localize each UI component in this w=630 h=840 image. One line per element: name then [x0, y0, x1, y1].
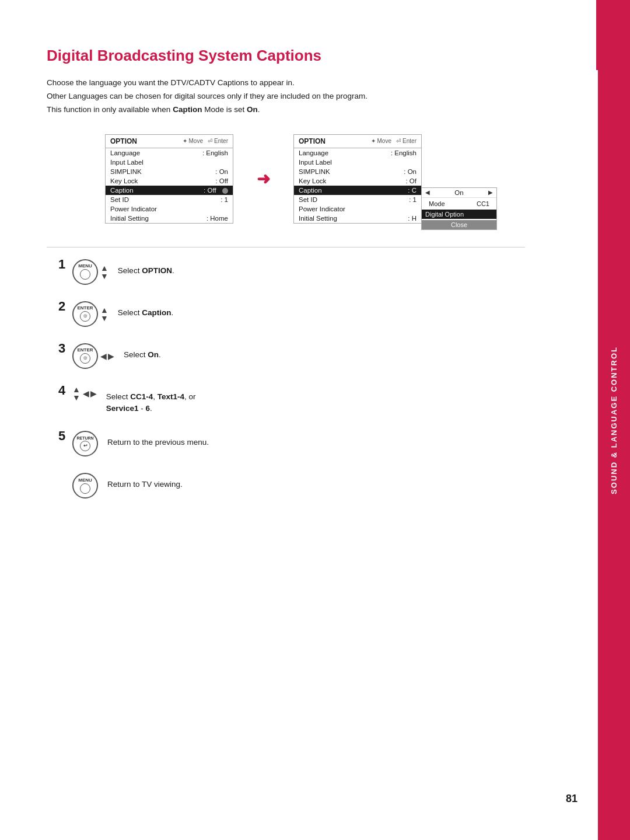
arrow-up-2: ▲: [100, 306, 108, 314]
menu-right-row-keylock: Key Lock: Of: [294, 176, 421, 186]
step-1-number: 1: [58, 258, 70, 271]
desc-line-3: This function in only available when Cap…: [47, 103, 525, 117]
description: Choose the language you want the DTV/CAD…: [47, 76, 525, 117]
enter-inner-2: ☉: [80, 311, 90, 322]
main-content: Digital Broadcasting System Captions Cho…: [0, 0, 572, 562]
nav-arrows-2: ▲ ▼: [100, 306, 108, 322]
option-bold: OPTION: [142, 266, 172, 275]
menu-right: OPTION ✦ Move ⏎ Enter Language: English …: [293, 134, 422, 224]
step-6-text: Return to TV viewing.: [107, 473, 183, 490]
menu-right-nav-hint: ✦ Move ⏎ Enter: [371, 138, 416, 144]
divider: [47, 247, 525, 248]
menu-inner-circle-1: [80, 269, 90, 280]
step-3: 3 ENTER☉ ◀ ▶ Select On.: [58, 343, 525, 369]
menu-right-row-language: Language: English: [294, 148, 421, 158]
text4-bold: 4: [180, 392, 184, 401]
step-3-text: Select On.: [124, 343, 161, 361]
step-5-text: Return to the previous menu.: [107, 431, 209, 448]
enter-button-3: ENTER☉: [72, 343, 98, 369]
diagrams: OPTION ✦ Move ⏎ Enter Language: English …: [105, 134, 525, 224]
bold-on: On: [247, 105, 258, 114]
step-6-number: [58, 472, 70, 485]
step-1-text: Select OPTION.: [118, 259, 174, 277]
menu-left-row-power: Power Indicator: [106, 204, 233, 214]
step-5-icons: RETURN↩: [72, 431, 98, 456]
menu-left: OPTION ✦ Move ⏎ Enter Language: English …: [105, 134, 233, 224]
step-4-icons: ▲ ▼ ◀ ▶: [72, 385, 97, 402]
submenu-mode-value: CC1: [473, 199, 493, 208]
menu-left-row-inputlabel: Input Label: [106, 158, 233, 167]
arrow-right-3: ▶: [108, 351, 114, 361]
desc-line-2: Other Languages can be chosen for digita…: [47, 90, 525, 103]
nav-arrows-1: ▲ ▼: [100, 264, 108, 280]
step-4-number: 4: [58, 384, 70, 397]
menu-right-row-initial: Initial Setting: H: [294, 214, 421, 223]
enter-inner-3: ☉: [80, 353, 90, 364]
menu-left-row-language: Language: English: [106, 148, 233, 158]
return-button-5: RETURN↩: [72, 431, 98, 456]
arrow-left-3: ◀: [100, 351, 107, 361]
lr-arrows-4: ◀ ▶: [83, 389, 97, 398]
submenu-on-row: ◀ On ▶: [422, 188, 496, 198]
text1-bold: Text1: [158, 392, 177, 401]
menu-left-title: OPTION: [110, 137, 137, 145]
menu-right-row-power: Power Indicator: [294, 204, 421, 214]
enter-button-2: ENTER☉: [72, 301, 98, 327]
page-number: 81: [566, 793, 578, 805]
page-title: Digital Broadcasting System Captions: [47, 47, 525, 65]
step-2: 2 ENTER☉ ▲ ▼ Select Caption.: [58, 301, 525, 327]
menu-right-title: OPTION: [299, 137, 326, 145]
submenu-mode-row: Mode CC1: [422, 198, 496, 210]
step-2-text: Select Caption.: [118, 301, 173, 319]
menu-right-row-inputlabel: Input Label: [294, 158, 421, 167]
submenu-popup: ◀ On ▶ Mode CC1 Digital Option Close: [421, 187, 497, 230]
menu-left-row-setid: Set ID: 1: [106, 195, 233, 204]
sidebar-line: [596, 0, 598, 70]
step-4-text: Select CC1-4, Text1-4, orService1 - 6.: [106, 385, 196, 415]
caption-bold: Caption: [142, 308, 171, 317]
arrow-down-4: ▼: [72, 393, 80, 402]
step-4: 4 ▲ ▼ ◀ ▶ Select CC1-4, Text1-4, orServi…: [58, 385, 525, 415]
menu-right-row-caption: Caption: C: [294, 186, 421, 195]
return-inner-5: ↩: [80, 441, 90, 451]
step-1-icons: MENU ▲ ▼: [72, 259, 108, 285]
menu-right-row-simplink: SIMPLINK: On: [294, 167, 421, 176]
menu-right-row-setid: Set ID: 1: [294, 195, 421, 204]
menu-left-row-simplink: SIMPLINK: On: [106, 167, 233, 176]
arrow-down-1: ▼: [100, 272, 108, 280]
nav-arrows-4: ▲ ▼: [72, 385, 80, 402]
arrow-left-icon: ◀: [425, 189, 430, 196]
lr-arrows-3: ◀ ▶: [100, 351, 114, 361]
menu-left-header: OPTION ✦ Move ⏎ Enter: [106, 135, 233, 148]
on-bold: On: [148, 350, 159, 359]
sidebar-label: Sound & Language Control: [610, 346, 618, 494]
submenu-close: Close: [422, 220, 496, 229]
menu-inner-6: [80, 483, 90, 494]
step-2-icons: ENTER☉ ▲ ▼: [72, 301, 108, 327]
arrow-right-4: ▶: [90, 389, 97, 398]
arrow-right: ➜: [257, 169, 270, 189]
menu-button-1: MENU: [72, 259, 98, 285]
desc-line-1: Choose the language you want the DTV/CAD…: [47, 76, 525, 90]
step-1: 1 MENU ▲ ▼ Select OPTION.: [58, 259, 525, 285]
submenu-mode-label: Mode: [425, 199, 449, 208]
menu-left-row-caption: Caption: Off: [106, 186, 233, 195]
arrow-up-1: ▲: [100, 264, 108, 272]
menu-left-row-initial: Initial Setting: Home: [106, 214, 233, 223]
arrow-left-4: ◀: [83, 389, 89, 398]
sidebar: Sound & Language Control: [598, 0, 630, 840]
step-6: MENU Return to TV viewing.: [58, 473, 525, 499]
arrow-down-2: ▼: [100, 314, 108, 322]
menu-left-nav-hint: ✦ Move ⏎ Enter: [183, 138, 228, 144]
menu-left-row-keylock: Key Lock: Off: [106, 176, 233, 186]
service1-bold: Service1: [106, 404, 139, 413]
arrow-up-4: ▲: [72, 385, 80, 393]
step-3-icons: ENTER☉ ◀ ▶: [72, 343, 114, 369]
submenu-digital-option: Digital Option: [422, 210, 496, 219]
step-5: 5 RETURN↩ Return to the previous menu.: [58, 431, 525, 456]
circle-icon: [222, 188, 228, 194]
menu-button-6: MENU: [72, 473, 98, 499]
step-5-number: 5: [58, 430, 70, 442]
step-2-number: 2: [58, 300, 70, 313]
cc1-bold: CC1: [130, 392, 146, 401]
